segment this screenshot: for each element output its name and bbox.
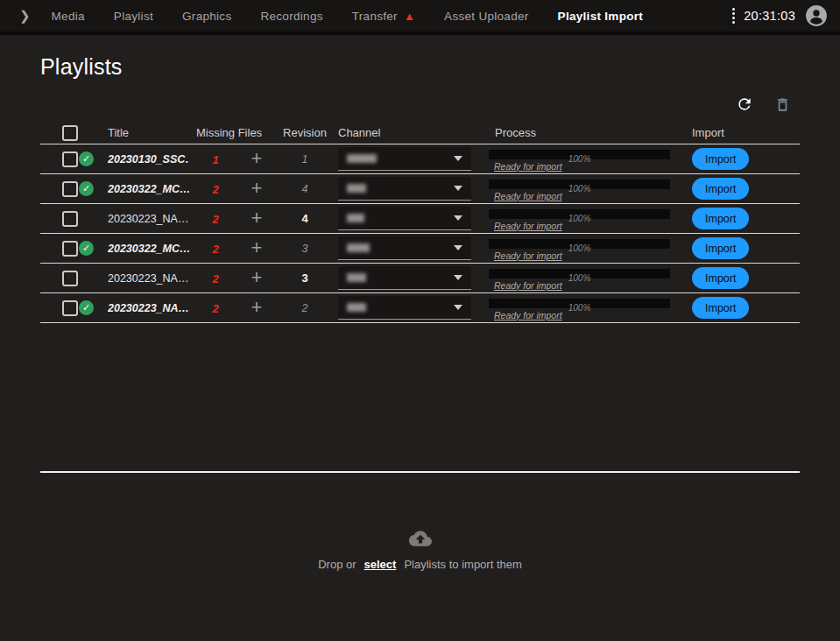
progress-bar: 100% [489,209,670,219]
chevron-down-icon [454,275,462,280]
add-missing-files-button[interactable]: + [251,299,263,316]
chevron-down-icon [454,156,462,161]
dropzone[interactable]: Drop or select Playlists to import them [40,527,800,571]
missing-files-count: 2 [212,213,218,226]
channel-select[interactable] [338,147,471,171]
import-button[interactable]: Import [692,297,749,319]
import-button[interactable]: Import [692,208,749,229]
nav-item-media[interactable]: Media [52,10,85,23]
nav-item-playlist-import[interactable]: Playlist Import [558,10,644,23]
import-button[interactable]: Import [692,178,749,200]
row-title: 20230223_NA… [108,213,189,225]
nav-item-recordings[interactable]: Recordings [260,10,322,23]
nav-item-playlist[interactable]: Playlist [114,10,153,23]
process-cell: 100% Ready for import [489,269,692,291]
process-cell: 100% Ready for import [489,180,692,201]
cloud-upload-icon [409,527,432,550]
missing-files-count: 2 [212,243,218,256]
row-title: 20230322_MC… [108,183,189,195]
process-status: Ready for import [494,310,692,320]
process-cell: 100% Ready for import [489,209,692,231]
import-button[interactable]: Import [692,237,749,259]
import-button[interactable]: Import [692,267,749,289]
table-row: ✓ 20230223_NA… 2 + 3 100% Ready for impo… [40,264,800,293]
warning-triangle-icon: ▲ [404,11,415,22]
row-title: 20230223_NA… [108,302,189,314]
header-title: Title [108,126,189,139]
process-cell: 100% Ready for import [489,239,692,261]
row-checkbox[interactable] [62,241,78,257]
select-all-checkbox[interactable] [62,125,78,141]
channel-select[interactable] [338,207,471,230]
table-row: ✓ 20230322_MC… 2 + 3 100% Ready for impo… [40,234,800,264]
row-checkbox[interactable] [62,211,78,227]
process-status: Ready for import [494,191,692,201]
header-revision: Revision [272,126,338,139]
channel-value-redacted [347,214,364,222]
chevron-right-icon[interactable]: ❯ [19,8,31,24]
revision-value: 1 [272,153,338,166]
import-button[interactable]: Import [692,148,749,170]
process-status: Ready for import [494,221,692,231]
topbar-right-cluster: 20:31:03 [730,4,828,27]
row-checkbox[interactable] [62,151,78,167]
add-missing-files-button[interactable]: + [251,209,263,227]
kebab-menu-icon[interactable] [730,4,738,27]
playlists-table: Title Missing Files Revision Channel Pro… [40,122,800,323]
missing-files-count: 1 [212,153,218,166]
main-content: Playlists Title Missing Files Revision C… [0,54,840,571]
channel-value-redacted [347,184,366,193]
chevron-down-icon [454,305,462,310]
add-missing-files-button[interactable]: + [251,269,263,286]
progress-bar: 100% [489,180,670,189]
user-avatar-icon[interactable] [805,4,828,27]
header-missing-files: Missing Files [189,126,272,139]
channel-select[interactable] [338,266,471,290]
chevron-down-icon [454,215,462,221]
row-checkbox[interactable] [62,300,78,316]
table-row: ✓ 20230322_MC… 2 + 4 100% Ready for impo… [40,174,800,204]
drop-text-suffix: Playlists to import them [404,558,521,571]
delete-selected-button[interactable] [774,96,791,113]
channel-select[interactable] [338,296,471,320]
add-missing-files-button[interactable]: + [251,239,263,257]
channel-value-redacted [347,273,366,282]
channel-value-redacted [347,154,377,163]
page-title: Playlists [40,54,800,80]
process-cell: 100% Ready for import [489,299,692,320]
channel-select[interactable] [338,236,471,260]
top-bar: ❯ MediaPlaylistGraphicsRecordingsTransfe… [0,0,840,35]
progress-bar: 100% [489,269,670,278]
table-row: ✓ 20230130_SSC… 1 + 1 100% Ready for imp… [40,144,800,174]
add-missing-files-button[interactable]: + [251,150,263,167]
row-title: 20230223_NA… [108,272,189,285]
add-missing-files-button[interactable]: + [251,180,263,197]
nav-item-graphics[interactable]: Graphics [182,10,231,23]
select-files-link[interactable]: select [362,558,399,571]
revision-value: 4 [272,212,338,225]
row-checkbox[interactable] [62,181,78,197]
process-status: Ready for import [494,280,692,291]
chevron-down-icon [454,186,462,191]
process-status: Ready for import [494,250,692,261]
header-import: Import [692,126,797,139]
missing-files-count: 2 [212,183,218,196]
refresh-button[interactable] [736,95,753,113]
channel-select[interactable] [338,177,471,201]
missing-files-count: 2 [212,302,218,315]
drop-text-prefix: Drop or [318,558,356,571]
missing-files-count: 2 [212,272,218,285]
header-process: Process [489,126,692,139]
progress-bar: 100% [489,239,670,249]
nav-item-asset-uploader[interactable]: Asset Uploader [444,10,529,23]
table-row: ✓ 20230223_NA… 2 + 2 100% Ready for impo… [40,293,800,323]
chevron-down-icon [454,245,462,250]
table-body: ✓ 20230130_SSC… 1 + 1 100% Ready for imp… [40,144,800,323]
table-header-row: Title Missing Files Revision Channel Pro… [40,122,800,144]
row-title: 20230322_MC… [108,243,189,255]
row-title: 20230130_SSC… [108,153,189,166]
progress-bar: 100% [489,150,670,159]
row-checkbox[interactable] [62,271,78,286]
nav-item-transfer[interactable]: Transfer▲ [352,10,415,23]
success-check-icon: ✓ [79,151,94,166]
